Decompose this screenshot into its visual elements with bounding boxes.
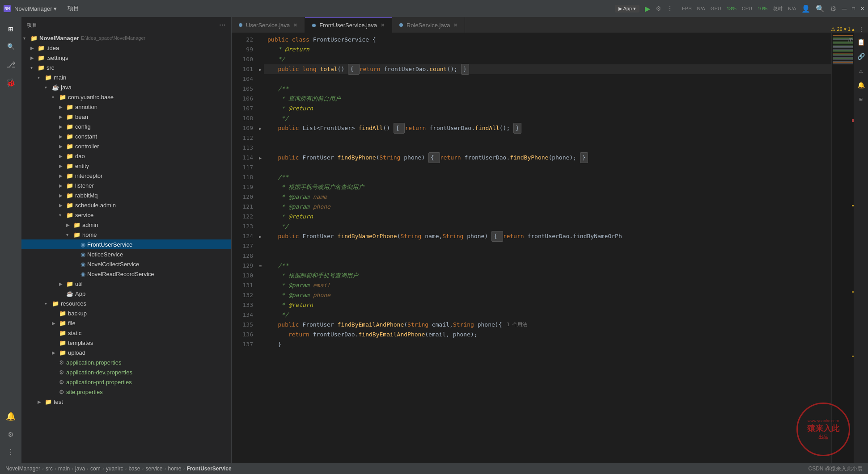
code-editor[interactable]: public class FrontUserService { * @retur… — [264, 33, 831, 463]
tree-app-prd-props[interactable]: ▶ ⚙ application-prd.properties — [21, 377, 231, 387]
right-icon-layout[interactable]: ⊞ — [855, 94, 866, 105]
tab-roleservice[interactable]: RoleService.java ✕ — [392, 17, 466, 33]
menu-project[interactable]: 项目 — [68, 4, 79, 13]
code-line-123: */ — [264, 222, 831, 231]
activity-files[interactable]: ⊞ — [3, 21, 19, 37]
app-button[interactable]: ▶ App ▾ — [615, 5, 639, 13]
tree-frontuserservice[interactable]: ▶ ◉ FrontUserService — [21, 239, 231, 249]
tree-static[interactable]: ▶ 📁 static — [21, 328, 231, 338]
activity-notifications[interactable]: 🔔 — [3, 408, 19, 424]
editor-more[interactable]: ⋮ — [858, 25, 864, 33]
tab-close-frontuserservice[interactable]: ✕ — [381, 22, 385, 28]
tree-resources[interactable]: ▾ 📁 resources — [21, 298, 231, 308]
tree-schedule[interactable]: ▶ 📁 schedule.admin — [21, 200, 231, 210]
right-icon-warning[interactable]: ⚠ — [855, 65, 866, 76]
user-icon[interactable]: 👤 — [801, 4, 810, 13]
search-icon[interactable]: 🔍 — [816, 4, 825, 13]
tree-rabbitmq[interactable]: ▶ 📁 rabbitMq — [21, 190, 231, 200]
tree-controller[interactable]: ▶ 📁 controller — [21, 141, 231, 151]
tree-home-folder[interactable]: ▾ 📁 home — [21, 230, 231, 239]
tree-interceptor[interactable]: ▶ 📁 interceptor — [21, 171, 231, 180]
activity-more[interactable]: ⋮ — [3, 444, 19, 460]
tab-userservice[interactable]: UserService.java ✕ — [232, 17, 305, 33]
tree-src[interactable]: ▾ 📁 src — [21, 63, 231, 72]
breadcrumb-item[interactable]: NovelManager — [5, 466, 40, 472]
tab-close-userservice[interactable]: ✕ — [293, 22, 297, 28]
settings-icon2[interactable]: ⚙ — [830, 4, 836, 13]
breadcrumb-item-home[interactable]: home — [168, 466, 181, 472]
code-line-127 — [264, 241, 831, 251]
titlebar-left: NM NovelManager ▾ 项目 — [4, 4, 611, 13]
breadcrumb-sep5: › — [102, 466, 104, 472]
settings-button[interactable]: ⚙ — [656, 5, 661, 12]
tree-site-props[interactable]: ▶ ⚙ site.properties — [21, 387, 231, 397]
tree-novelcollectservice[interactable]: ▶ ◉ NovelCollectService — [21, 259, 231, 269]
close-button[interactable]: ✕ — [860, 6, 864, 12]
breadcrumb-item-base[interactable]: base — [128, 466, 140, 472]
activity-settings[interactable]: ⚙ — [3, 426, 19, 442]
activity-git[interactable]: ⎇ — [3, 56, 19, 72]
tree-file-folder[interactable]: ▶ 📁 file — [21, 318, 231, 328]
right-icon-link[interactable]: 🔗 — [855, 51, 866, 62]
code-line-106: * 查询所有的前台用户 — [264, 94, 831, 104]
activity-search[interactable]: 🔍 — [3, 38, 19, 55]
tree-entity[interactable]: ▶ 📁 entity — [21, 161, 231, 171]
fold-124[interactable]: ▶ — [259, 234, 262, 239]
tree-config[interactable]: ▶ 📁 config — [21, 122, 231, 131]
breadcrumb-item-java[interactable]: java — [75, 466, 85, 472]
tree-root[interactable]: ▾ 📁 NovelManager E:\idea_space\NovelMana… — [21, 33, 231, 43]
tab-frontuserservice[interactable]: FrontUserService.java ✕ — [305, 17, 392, 33]
fold-109[interactable]: ▶ — [259, 126, 262, 131]
fold-114[interactable]: ▶ — [259, 155, 262, 160]
tree-dao[interactable]: ▶ 📁 dao — [21, 151, 231, 161]
code-line-119: * 根据手机号或用户名查询用户 — [264, 182, 831, 192]
tree-listener[interactable]: ▶ 📁 listener — [21, 180, 231, 190]
right-panel: 📋 🔗 ⚠ 🔔 ⊞ — [854, 33, 868, 463]
more-button[interactable]: ⋮ — [667, 5, 673, 12]
tree-util[interactable]: ▶ 📁 util — [21, 279, 231, 289]
breadcrumb-item-service[interactable]: service — [145, 466, 162, 472]
maximize-button[interactable]: □ — [852, 6, 855, 11]
tree-app-dev-props[interactable]: ▶ ⚙ application-dev.properties — [21, 367, 231, 377]
breadcrumb-sep9: › — [183, 466, 185, 472]
code-line-117 — [264, 163, 831, 172]
breadcrumb-item-yuanlrc[interactable]: yuanlrc — [106, 466, 123, 472]
tree-noticeservice[interactable]: ▶ ◉ NoticeService — [21, 249, 231, 259]
breadcrumb-item-main[interactable]: main — [58, 466, 70, 472]
right-icon-notification[interactable]: 🔔 — [855, 80, 866, 90]
tree-bean[interactable]: ▶ 📁 bean — [21, 112, 231, 122]
fold-101[interactable]: ▶ — [259, 67, 262, 72]
activity-debug[interactable]: 🐞 — [3, 74, 19, 90]
bookmark-129[interactable]: ≡ — [259, 264, 262, 268]
tree-admin-folder[interactable]: ▶ 📁 admin — [21, 220, 231, 230]
minimap: m — [831, 33, 854, 463]
code-line-107: * @return — [264, 104, 831, 113]
run-button[interactable]: ▶ — [645, 4, 650, 13]
tree-templates[interactable]: ▶ 📁 templates — [21, 338, 231, 348]
minimize-button[interactable]: — — [842, 6, 847, 11]
breadcrumb-item-frontuserservice[interactable]: FrontUserService — [187, 466, 232, 472]
tree-app-props[interactable]: ▶ ⚙ application.properties — [21, 357, 231, 367]
tree-idea[interactable]: ▶ 📁 .idea — [21, 43, 231, 53]
breadcrumb-item-com[interactable]: com — [90, 466, 101, 472]
code-line-124: public FrontUser findByNameOrPhone(Strin… — [264, 231, 831, 241]
tree-upload[interactable]: ▶ 📁 upload — [21, 348, 231, 357]
code-line-121: * @param phone — [264, 202, 831, 212]
tree-java[interactable]: ▾ ☕ java — [21, 82, 231, 92]
activity-bar: ⊞ 🔍 ⎇ 🐞 🔔 ⚙ ⋮ — [0, 17, 21, 463]
tree-test[interactable]: ▶ 📁 test — [21, 397, 231, 407]
tree-service[interactable]: ▾ 📁 service — [21, 210, 231, 220]
right-icon-bookmark[interactable]: 📋 — [855, 37, 866, 47]
sidebar-options[interactable]: ⋯ — [219, 21, 226, 29]
code-line-109: public List<FrontUser> findAll() { retur… — [264, 123, 831, 133]
tree-novelreadrecordservice[interactable]: ▶ ◉ NovelReadRecordService — [21, 269, 231, 279]
breadcrumb-item-src[interactable]: src — [46, 466, 53, 472]
tab-close-roleservice[interactable]: ✕ — [453, 22, 457, 28]
tree-settings[interactable]: ▶ 📁 .settings — [21, 53, 231, 63]
tree-com-base[interactable]: ▾ 📁 com.yuanlrc.base — [21, 92, 231, 102]
tree-backup[interactable]: ▶ 📁 backup — [21, 308, 231, 318]
tree-annotion[interactable]: ▶ 📁 annotion — [21, 102, 231, 112]
tree-constant[interactable]: ▶ 📁 constant — [21, 131, 231, 141]
tree-app-java[interactable]: ▶ ☕ App — [21, 289, 231, 298]
tree-main[interactable]: ▾ 📁 main — [21, 72, 231, 82]
